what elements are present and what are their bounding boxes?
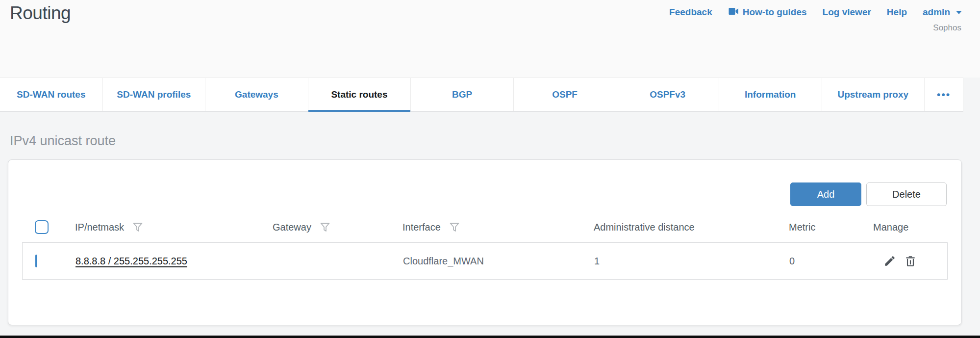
row-manage-cell	[874, 255, 947, 267]
row-interface-cell: Cloudflare_MWAN	[403, 256, 594, 267]
tab-static-routes[interactable]: Static routes	[308, 78, 411, 111]
manage-header-label: Manage	[873, 222, 908, 233]
table-toolbar: Add Delete	[8, 160, 961, 206]
section-heading: IPv4 unicast route	[10, 133, 980, 149]
admin-label: admin	[923, 7, 950, 18]
table-header-row: IP/netmask Gateway Interface Administrat…	[22, 212, 948, 242]
header-checkbox-cell	[22, 220, 75, 234]
tab-upstream-proxy[interactable]: Upstream proxy	[822, 78, 925, 111]
feedback-link[interactable]: Feedback	[669, 7, 712, 18]
delete-trash-icon[interactable]	[904, 255, 917, 267]
row-checkbox-cell	[23, 256, 75, 267]
interface-filter-icon[interactable]	[449, 221, 460, 233]
log-viewer-link[interactable]: Log viewer	[823, 7, 871, 18]
interface-header-label: Interface	[402, 222, 441, 233]
org-name: Sophos	[933, 23, 961, 33]
delete-button[interactable]: Delete	[866, 182, 947, 206]
tab-information[interactable]: Information	[719, 78, 822, 111]
tab-gateways[interactable]: Gateways	[205, 78, 308, 111]
header-gateway: Gateway	[273, 221, 402, 233]
tab-sdwan-routes[interactable]: SD-WAN routes	[0, 78, 103, 111]
tab-ospfv3[interactable]: OSPFv3	[616, 78, 719, 111]
table-row: 8.8.8.8 / 255.255.255.255 Cloudflare_MWA…	[22, 242, 948, 280]
ip-filter-icon[interactable]	[132, 221, 144, 233]
top-navigation: Feedback How-to guides Log viewer Help a…	[669, 7, 962, 18]
header-manage: Manage	[873, 222, 948, 233]
tab-ospf[interactable]: OSPF	[514, 78, 617, 111]
page-title: Routing	[10, 3, 71, 24]
header-metric: Metric	[789, 222, 873, 233]
header-ip-netmask: IP/netmask	[75, 221, 273, 233]
ip-netmask-header-label: IP/netmask	[75, 222, 124, 233]
static-routes-card: Add Delete IP/netmask Gateway Interface …	[8, 159, 962, 325]
distance-header-label: Administrative distance	[594, 222, 695, 233]
howto-guides-link[interactable]: How-to guides	[728, 7, 807, 18]
help-link[interactable]: Help	[887, 7, 907, 18]
select-all-checkbox[interactable]	[35, 220, 49, 234]
feedback-label: Feedback	[669, 7, 712, 18]
tab-more-ellipsis[interactable]: •••	[925, 78, 963, 111]
edit-pencil-icon[interactable]	[883, 255, 896, 267]
gateway-filter-icon[interactable]	[319, 221, 331, 233]
route-link[interactable]: 8.8.8.8 / 255.255.255.255	[75, 256, 187, 266]
video-camera-icon	[728, 7, 739, 18]
add-button[interactable]: Add	[790, 182, 861, 206]
page-header: Routing Feedback How-to guides Log viewe…	[0, 0, 980, 78]
chevron-down-icon	[956, 11, 962, 14]
header-interface: Interface	[402, 221, 594, 233]
row-checkbox[interactable]	[35, 255, 37, 267]
row-metric-cell: 0	[789, 256, 874, 267]
tab-sdwan-profiles[interactable]: SD-WAN profiles	[103, 78, 206, 111]
header-distance: Administrative distance	[594, 222, 789, 233]
gateway-header-label: Gateway	[273, 222, 311, 233]
log-viewer-label: Log viewer	[823, 7, 871, 18]
howto-guides-label: How-to guides	[743, 7, 807, 18]
tab-bgp[interactable]: BGP	[411, 78, 514, 111]
row-ip-cell: 8.8.8.8 / 255.255.255.255	[75, 256, 273, 267]
row-distance-cell: 1	[594, 256, 789, 267]
screen-bottom-edge	[0, 336, 980, 338]
routing-tabbar: SD-WAN routes SD-WAN profiles Gateways S…	[0, 78, 963, 112]
metric-header-label: Metric	[789, 222, 815, 233]
admin-menu[interactable]: admin	[923, 7, 962, 18]
help-label: Help	[887, 7, 907, 18]
